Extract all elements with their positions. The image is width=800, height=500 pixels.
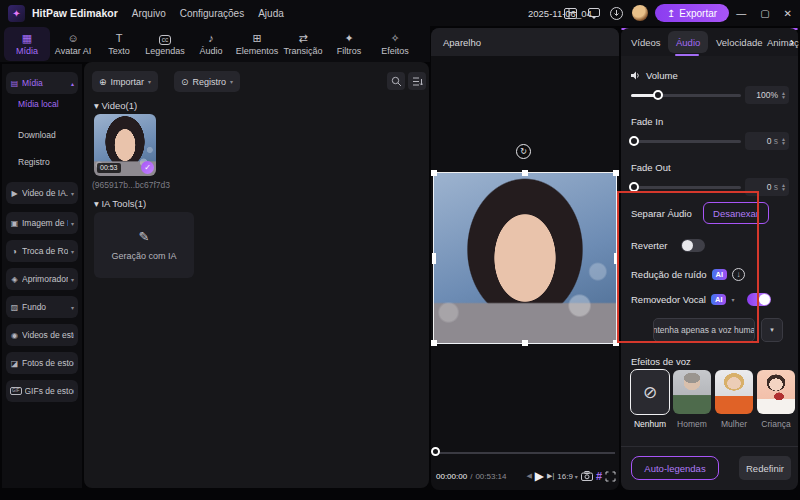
stepper-arrows-icon[interactable]: ▲▼	[781, 137, 786, 146]
export-button[interactable]: ↥ Exportar	[655, 4, 729, 22]
fade-out-slider[interactable]	[631, 186, 741, 189]
expand-arrow-icon: ▾	[71, 220, 74, 227]
fade-out-value-box[interactable]: 0 s ▲▼	[745, 178, 789, 196]
redefinir-button[interactable]: Redefinir	[739, 456, 791, 480]
resize-handle[interactable]	[522, 170, 528, 176]
maximize-button[interactable]: ▢	[760, 8, 769, 19]
preview-progress-knob[interactable]	[431, 447, 440, 456]
sidebar-item-troca-rosto[interactable]: ◑ Troca de Rost... ▾	[6, 240, 78, 262]
preview-tab-aparelho[interactable]: Aparelho	[431, 28, 619, 56]
tab-audio[interactable]: ♪ Áudio	[188, 27, 234, 61]
face-swap-icon: ◑	[10, 247, 19, 256]
voice-effect-nenhum[interactable]: ⊘	[631, 370, 669, 414]
sidebar-item-imagem-ia[interactable]: ▣ Imagem de IA ▾	[6, 212, 78, 234]
video-canvas-selection[interactable]	[433, 172, 617, 344]
stepper-arrows-icon[interactable]: ▲▼	[781, 183, 786, 192]
media-panel: ⊕ Importar ▾ ⊙ Registro ▾ ▾ Video(1) 00:…	[84, 62, 429, 488]
sidebar-item-midia[interactable]: ▤ Mídia ▴	[6, 72, 78, 94]
preview-progress-track[interactable]	[435, 452, 615, 454]
tabs-overflow-chevron-icon[interactable]: ›	[790, 35, 794, 49]
sidebar-item-registro[interactable]: Registro	[6, 151, 78, 173]
tab-avatar-ai[interactable]: ☺ Avatar AI	[50, 27, 96, 61]
snapshot-camera-icon[interactable]	[581, 471, 593, 481]
grid-overlay-icon[interactable]: #	[596, 470, 602, 482]
tab-videos[interactable]: Vídeos	[631, 28, 661, 56]
next-frame-icon[interactable]: ▶|	[547, 472, 554, 480]
download-icon[interactable]	[609, 6, 624, 21]
resize-handle[interactable]	[432, 253, 436, 264]
ai-generation-card[interactable]: ✎ Geração com IA	[94, 212, 194, 278]
properties-panel: Vídeos Áudio Velocidade Animaç › Volume …	[621, 28, 798, 490]
volume-slider[interactable]	[631, 94, 741, 97]
sidebar-item-videos-estoque[interactable]: ◉ Videos de esto...	[6, 324, 78, 346]
feedback-icon[interactable]	[586, 6, 601, 21]
fullscreen-icon[interactable]	[605, 471, 616, 482]
menu-ajuda[interactable]: Ajuda	[258, 8, 284, 19]
sidebar-item-midia-local[interactable]: Mídia local	[6, 93, 78, 115]
dropdown-arrow-icon: ▾	[731, 296, 734, 303]
sidebar-item-download[interactable]: Download	[6, 124, 78, 146]
sidebar-item-gifs-estoque[interactable]: GIF GIFs de estoque	[6, 380, 78, 402]
tab-transicao[interactable]: ⇄ Transição	[280, 27, 326, 61]
registro-button[interactable]: ⊙ Registro ▾	[174, 71, 240, 92]
auto-legendas-button[interactable]: Auto-legendas	[631, 456, 719, 480]
resize-handle[interactable]	[522, 340, 528, 346]
fade-in-value-box[interactable]: 0 s ▲▼	[745, 132, 789, 150]
close-button[interactable]: ✕	[784, 8, 792, 19]
user-avatar[interactable]	[632, 5, 648, 21]
voice-mode-dropdown-arrow[interactable]: ▾	[761, 318, 783, 342]
speaker-icon	[631, 71, 641, 80]
sidebar-item-video-ia[interactable]: ▶ Video de IA. ▾	[6, 182, 78, 204]
resize-handle[interactable]	[614, 253, 618, 264]
time-total: 00:53:14	[475, 472, 506, 481]
reverter-label: Reverter	[631, 240, 667, 251]
sidebar-item-fotos-estoque[interactable]: ◪ Fotos de estoque	[6, 352, 78, 374]
sidebar-item-aprimorador[interactable]: ◈ Aprimorador ... ▾	[6, 268, 78, 290]
tab-audio[interactable]: Áudio	[668, 31, 708, 53]
menu-arquivo[interactable]: Arquivo	[132, 8, 166, 19]
fade-in-slider[interactable]	[631, 140, 741, 143]
resize-handle[interactable]	[431, 340, 437, 346]
voice-effect-mulher[interactable]	[715, 370, 753, 414]
folder-icon: ▤	[10, 79, 19, 88]
aspect-ratio-dropdown[interactable]: 16:9 ▾	[557, 472, 578, 481]
volume-value-box[interactable]: 100% ▲▼	[745, 86, 789, 104]
menu-configuracoes[interactable]: Configurações	[180, 8, 244, 19]
video-section-header[interactable]: ▾ Video(1)	[94, 100, 137, 111]
prev-frame-icon[interactable]: ◀	[526, 472, 531, 480]
tab-legendas[interactable]: cc Legendas	[142, 27, 188, 61]
tab-elementos[interactable]: ⊞ Elementos	[234, 27, 280, 61]
download-circle-icon[interactable]: ↓	[732, 268, 745, 281]
sort-list-icon[interactable]	[408, 72, 426, 90]
tab-velocidade[interactable]: Velocidade	[716, 28, 762, 56]
resize-handle[interactable]	[613, 340, 619, 346]
desanexar-button[interactable]: Desanexar	[703, 202, 769, 224]
tab-texto[interactable]: T Texto	[96, 27, 142, 61]
removedor-vocal-toggle[interactable]	[747, 293, 771, 306]
resize-handle[interactable]	[613, 170, 619, 176]
gif-icon: GIF	[10, 387, 22, 395]
voice-mode-dropdown[interactable]: Mantenha apenas a voz humana.	[653, 318, 755, 342]
tab-midia[interactable]: ▦ Mídia	[4, 27, 50, 61]
volume-slider-knob[interactable]	[653, 90, 663, 100]
fade-out-slider-knob[interactable]	[629, 182, 639, 192]
ia-tools-section-header[interactable]: ▾ IA Tools(1)	[94, 198, 146, 209]
video-thumbnail[interactable]: 00:53 ✓	[94, 114, 156, 176]
fade-in-slider-knob[interactable]	[629, 136, 639, 146]
minimize-button[interactable]: —	[736, 8, 746, 19]
voice-effect-crianca[interactable]	[757, 370, 795, 414]
play-icon[interactable]: ▶	[535, 469, 544, 483]
video-ai-icon: ▶	[10, 189, 19, 198]
sidebar-item-fundo[interactable]: ▨ Fundo ▾	[6, 296, 78, 318]
tab-filtros[interactable]: ✦ Filtros	[326, 27, 372, 61]
tab-efeitos[interactable]: ✧ Efeitos	[372, 27, 418, 61]
resize-handle[interactable]	[431, 170, 437, 176]
import-button[interactable]: ⊕ Importar ▾	[92, 71, 158, 92]
stepper-arrows-icon[interactable]: ▲▼	[781, 91, 786, 100]
layout-panels-icon[interactable]	[563, 6, 578, 21]
voice-effect-homem[interactable]	[673, 370, 711, 414]
search-icon[interactable]	[387, 72, 405, 90]
reverter-toggle[interactable]	[681, 239, 705, 252]
rotate-handle-icon[interactable]: ↻	[516, 144, 531, 159]
midia-icon: ▦	[22, 32, 32, 45]
